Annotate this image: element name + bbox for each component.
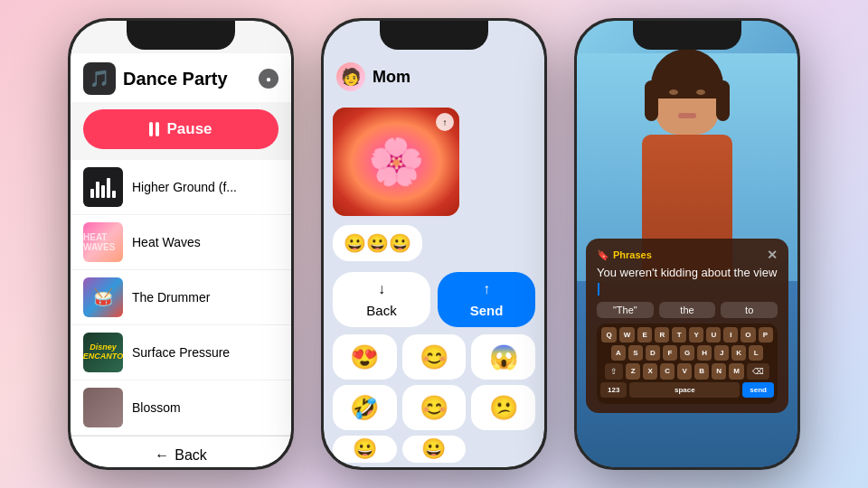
key-b[interactable]: B [694,363,709,380]
pause-button[interactable]: Pause [83,109,278,149]
suggestion-the-quoted[interactable]: "The" [597,302,654,318]
person-head [656,62,719,135]
messages-app-screen: 🧑 Mom 🌸 ↑ 😀😀😀 ↓ Back [324,21,544,467]
song-thumbnail-hg [83,167,123,207]
left-eye [669,89,678,95]
emoji-rofl[interactable]: 🤣 [333,385,397,430]
key-t[interactable]: T [672,327,686,343]
send-up-icon: ↑ [483,281,490,297]
emoji-smile[interactable]: 😊 [402,334,467,380]
emoji-grin2[interactable]: 😀 [402,436,467,463]
facetime-screen: 🔖 Phrases ✕ You weren't kidding about th… [577,21,797,467]
photo-message: 🌸 ↑ [333,108,459,216]
key-q[interactable]: Q [601,327,616,343]
key-v[interactable]: V [677,363,692,380]
pause-label: Pause [166,120,212,138]
keyboard-row-3: ⇧ Z X C V B N M ⌫ [600,363,774,380]
key-k[interactable]: K [731,345,746,361]
phone-messages: 🧑 Mom 🌸 ↑ 😀😀😀 ↓ Back [321,18,547,470]
back-label: Back [175,447,207,464]
list-item[interactable]: HEAT WAVES Heat Waves [71,215,291,270]
key-r[interactable]: R [655,327,669,343]
close-button[interactable]: ✕ [767,248,778,262]
key-n[interactable]: N [712,363,726,380]
song-thumbnail-bl [83,388,123,427]
back-button[interactable]: ← Back [71,436,291,467]
key-u[interactable]: U [706,327,721,343]
key-h[interactable]: H [697,345,712,361]
song-thumbnail-td: 🥁 [83,277,123,317]
emoji-placeholder [471,436,535,463]
typed-text: You weren't kidding about the view [597,266,778,296]
list-item[interactable]: Higher Ground (f... [71,160,291,215]
music-app-screen: 🎵 Dance Party ● Pause [71,21,291,467]
key-f[interactable]: F [663,345,677,361]
key-c[interactable]: C [660,363,675,380]
list-item[interactable]: Blossom [71,380,291,436]
person-hair-right [716,80,730,121]
emoji-message: 😀😀😀 [333,225,422,261]
key-w[interactable]: W [619,327,636,343]
key-a[interactable]: A [611,345,626,361]
key-d[interactable]: D [646,345,660,361]
song-title-bl: Blossom [132,400,181,415]
list-item[interactable]: 🥁 The Drummer [71,270,291,325]
back-button[interactable]: ↓ Back [333,272,430,327]
song-title-hg: Higher Ground (f... [132,180,237,194]
right-eye [696,89,705,95]
key-send[interactable]: send [742,382,774,398]
key-l[interactable]: L [749,345,763,361]
mouth [678,113,696,118]
key-j[interactable]: J [714,345,729,361]
emoji-heart-eyes[interactable]: 😍 [333,334,397,380]
key-space[interactable]: space [629,382,740,398]
key-o[interactable]: O [741,327,755,343]
send-button[interactable]: ↑ Send [438,272,535,327]
typing-panel-header: 🔖 Phrases ✕ [597,248,778,262]
action-buttons-row: ↓ Back ↑ Send [324,268,544,331]
list-item[interactable]: Disney ENCANTO Surface Pressure [71,325,291,380]
key-x[interactable]: X [643,363,657,380]
music-header: 🎵 Dance Party ● [71,53,291,102]
keyboard-row-4: 123 space send [600,382,774,398]
key-p[interactable]: P [759,327,773,343]
song-thumbnail-sp: Disney ENCANTO [83,333,123,372]
suggestion-the[interactable]: the [659,302,716,318]
key-m[interactable]: M [729,363,744,380]
delete-key[interactable]: ⌫ [747,363,769,380]
text-cursor [598,283,599,296]
send-label: Send [470,303,504,318]
upload-icon: ↑ [436,113,454,131]
emoji-scream[interactable]: 😱 [471,334,535,380]
playlist-title: Dance Party [123,69,251,89]
key-g[interactable]: G [680,345,694,361]
back-label: Back [366,303,396,318]
person-hair-top [651,49,723,99]
phone3-notch [633,21,741,50]
key-123[interactable]: 123 [600,382,627,398]
song-list: Higher Ground (f... HEAT WAVES Heat Wave… [71,160,291,436]
messages-body: 🌸 ↑ 😀😀😀 [324,100,544,268]
phone-facetime: 🔖 Phrases ✕ You weren't kidding about th… [574,18,800,470]
playlist-badge: ● [259,69,278,89]
pause-icon [149,122,159,136]
key-z[interactable]: Z [626,363,640,380]
back-arrow-icon: ← [155,447,169,464]
person-hair-left [645,80,658,121]
emoji-grin[interactable]: 😀 [333,436,397,463]
key-e[interactable]: E [637,327,652,343]
shift-key[interactable]: ⇧ [605,363,623,380]
phrases-label: 🔖 Phrases [597,249,652,261]
key-i[interactable]: I [723,327,738,343]
emoji-text: 😀😀😀 [344,233,411,253]
suggestion-to[interactable]: to [721,302,778,318]
emoji-smile2[interactable]: 😊 [402,385,467,430]
emoji-confused[interactable]: 😕 [471,385,535,430]
key-s[interactable]: S [628,345,643,361]
keyboard-row-1: Q W E R T Y U I O P [600,327,774,343]
phrases-text: Phrases [613,249,652,260]
song-thumbnail-hw: HEAT WAVES [83,222,123,262]
key-y[interactable]: Y [689,327,703,343]
typing-panel: 🔖 Phrases ✕ You weren't kidding about th… [586,239,788,413]
contact-avatar: 🧑 [336,62,365,91]
